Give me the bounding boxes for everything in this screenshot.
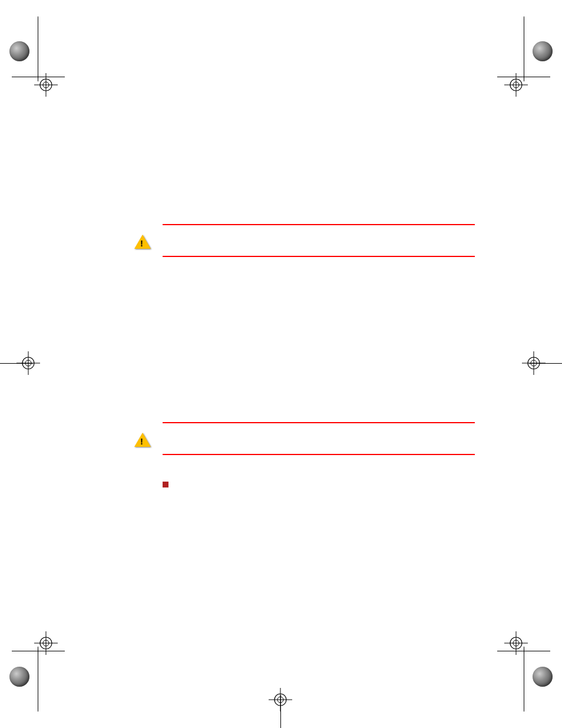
halftone-ball-icon: [9, 41, 29, 61]
crop-line: [38, 647, 38, 711]
registration-icon: [522, 351, 546, 375]
warning-block: [134, 429, 474, 465]
registration-icon: [34, 73, 58, 97]
crop-line: [524, 647, 524, 711]
halftone-ball-icon: [9, 667, 29, 687]
registration-icon: [16, 351, 40, 375]
spacer: [134, 263, 474, 416]
divider-red: [163, 422, 475, 423]
warning-block: [134, 231, 474, 266]
halftone-ball-icon: [533, 667, 553, 687]
registration-icon: [34, 631, 58, 655]
registration-icon: [504, 73, 528, 97]
registration-icon: [504, 631, 528, 655]
halftone-ball-icon: [533, 41, 553, 61]
crop-line: [38, 17, 38, 81]
warning-icon: [134, 433, 151, 449]
list-item: [163, 479, 474, 489]
registration-icon: [269, 688, 292, 711]
crop-line: [524, 17, 524, 81]
warning-icon: [134, 235, 151, 251]
divider-red: [163, 224, 475, 225]
bullet-icon: [163, 482, 168, 487]
page-content: [134, 224, 474, 489]
